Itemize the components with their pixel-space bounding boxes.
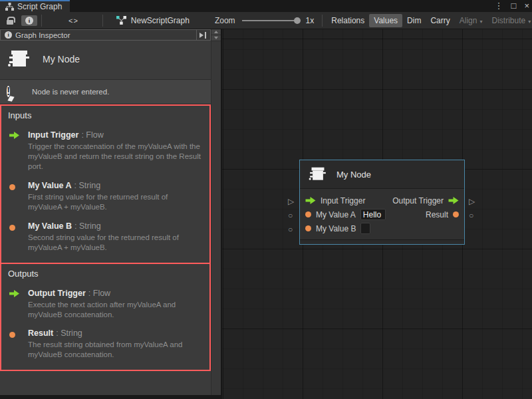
relations-button[interactable]: Relations bbox=[327, 14, 369, 27]
warning-row: ! Node is never entered. bbox=[0, 79, 211, 104]
port-label: My Value A bbox=[316, 210, 356, 219]
graph-canvas[interactable]: ▷ ○ ○ ▷ ○ My Node I bbox=[222, 29, 532, 399]
distribute-dropdown[interactable]: Distribute▾ bbox=[487, 14, 532, 27]
scroll-up-button[interactable] bbox=[211, 29, 221, 35]
value-port-icon bbox=[9, 181, 15, 193]
external-flow-port-marker[interactable]: ▷ bbox=[469, 198, 475, 205]
value-port-icon[interactable] bbox=[305, 211, 311, 217]
flow-port-icon bbox=[9, 130, 19, 142]
chevron-down-icon: ▾ bbox=[479, 19, 482, 25]
outputs-section: Outputs Output Trigger: Flow Execute the… bbox=[0, 263, 211, 372]
chevron-down-icon: ▾ bbox=[528, 19, 531, 25]
arrow-down-icon bbox=[214, 37, 218, 39]
my-value-b-input[interactable] bbox=[360, 223, 370, 234]
graph-name-label[interactable]: NewScriptGraph bbox=[131, 16, 190, 25]
graph-inspector-panel: i Graph Inspector My No bbox=[0, 29, 221, 397]
section-title: Inputs bbox=[8, 110, 203, 120]
external-flow-port-marker[interactable]: ▷ bbox=[288, 198, 294, 205]
unit-node-icon bbox=[7, 49, 32, 70]
inspector-scrollbar[interactable] bbox=[211, 29, 220, 395]
toolbar-separator bbox=[322, 15, 323, 27]
align-dropdown[interactable]: Align▾ bbox=[455, 14, 487, 27]
warning-text: Node is never entered. bbox=[32, 88, 109, 96]
script-graph-asset-icon bbox=[116, 16, 126, 25]
dim-button[interactable]: Dim bbox=[402, 14, 426, 27]
port-entry-input-trigger: Input Trigger: Flow Trigger the concaten… bbox=[8, 128, 203, 172]
warning-icon: ! bbox=[7, 84, 24, 100]
my-node[interactable]: My Node Input Trigger Output Trigger bbox=[299, 160, 465, 245]
port-label: Input Trigger bbox=[321, 196, 365, 205]
scroll-down-button[interactable] bbox=[211, 35, 221, 41]
inputs-section: Inputs Input Trigger: Flow Trigger the c… bbox=[0, 104, 211, 264]
graph-hierarchy-icon bbox=[5, 3, 14, 11]
value-port-icon bbox=[9, 221, 15, 233]
toolbar-separator bbox=[41, 15, 42, 27]
code-icon: <> bbox=[68, 17, 78, 25]
flow-port-icon[interactable] bbox=[448, 197, 459, 204]
maximize-icon[interactable]: □ bbox=[511, 0, 517, 12]
node-footer bbox=[300, 239, 464, 244]
value-port-icon[interactable] bbox=[453, 211, 459, 217]
inspector-toggle-button[interactable]: i bbox=[21, 15, 37, 26]
info-icon: i bbox=[25, 17, 33, 25]
my-value-a-input[interactable] bbox=[360, 209, 386, 220]
tab-bar: Script Graph ⋮ □ × bbox=[0, 0, 532, 12]
external-value-port-marker[interactable]: ○ bbox=[469, 211, 473, 219]
inspector-header: i Graph Inspector bbox=[0, 29, 211, 41]
port-description: First string value for the returned resu… bbox=[28, 192, 203, 212]
node-row: My Value B bbox=[305, 221, 459, 235]
node-row: Input Trigger Output Trigger bbox=[305, 194, 459, 207]
port-label: Output Trigger bbox=[392, 196, 444, 205]
node-row: My Value A Result bbox=[305, 207, 459, 221]
port-entry-my-value-a: My Value A: String First string value fo… bbox=[8, 179, 203, 212]
expand-panel-icon bbox=[199, 32, 207, 39]
panel-expand-button[interactable] bbox=[196, 30, 209, 40]
zoom-slider-knob[interactable] bbox=[294, 17, 301, 24]
node-body: Input Trigger Output Trigger My Value A bbox=[300, 189, 464, 239]
flow-port-icon[interactable] bbox=[305, 197, 316, 204]
lock-icon bbox=[7, 20, 13, 25]
port-description: Second string value for the returned res… bbox=[28, 233, 203, 253]
node-title: My Node bbox=[336, 170, 371, 180]
toolbar-separator bbox=[102, 15, 103, 27]
values-button[interactable]: Values bbox=[369, 14, 402, 27]
window-controls: ⋮ □ × bbox=[495, 0, 529, 12]
edit-source-button[interactable]: <> bbox=[65, 15, 82, 26]
unity-script-graph-window: Script Graph ⋮ □ × i <> NewScriptGraph Z… bbox=[0, 0, 532, 399]
external-value-port-marker[interactable]: ○ bbox=[288, 225, 293, 233]
graph-toolbar: i <> NewScriptGraph Zoom 1x Relations Va… bbox=[0, 12, 532, 29]
value-port-icon bbox=[9, 329, 15, 340]
port-label: Result bbox=[426, 210, 448, 219]
tab-script-graph[interactable]: Script Graph bbox=[0, 0, 70, 12]
port-entry-output-trigger: Output Trigger: Flow Execute the next ac… bbox=[8, 287, 203, 320]
section-title: Outputs bbox=[8, 269, 203, 279]
node-header[interactable]: My Node bbox=[300, 160, 464, 189]
external-value-port-marker[interactable]: ○ bbox=[288, 211, 293, 219]
inspected-node-heading: My Node bbox=[0, 41, 211, 79]
zoom-label: Zoom bbox=[215, 16, 235, 25]
carry-button[interactable]: Carry bbox=[426, 14, 454, 27]
unit-node-icon bbox=[308, 166, 328, 183]
port-entry-result: Result: String The result string obtaine… bbox=[8, 327, 203, 360]
inspected-node-title: My Node bbox=[43, 54, 80, 65]
zoom-slider[interactable] bbox=[242, 20, 301, 21]
port-description: The result string obtained from myValueA… bbox=[28, 340, 203, 360]
flow-port-icon bbox=[9, 288, 19, 300]
port-label: My Value B bbox=[316, 224, 356, 233]
port-description: Trigger the concatenation of the myValue… bbox=[28, 142, 203, 172]
port-entry-my-value-b: My Value B: String Second string value f… bbox=[8, 219, 203, 253]
tab-label: Script Graph bbox=[17, 2, 62, 11]
lock-button[interactable] bbox=[3, 15, 17, 26]
info-icon: i bbox=[5, 31, 12, 39]
inspector-title: Graph Inspector bbox=[15, 31, 70, 39]
value-port-icon[interactable] bbox=[305, 225, 311, 231]
zoom-value: 1x bbox=[306, 16, 315, 25]
window-menu-icon[interactable]: ⋮ bbox=[495, 0, 503, 12]
arrow-up-icon bbox=[214, 31, 218, 33]
port-description: Execute the next action after myValueA a… bbox=[28, 300, 203, 320]
close-icon[interactable]: × bbox=[524, 0, 529, 12]
